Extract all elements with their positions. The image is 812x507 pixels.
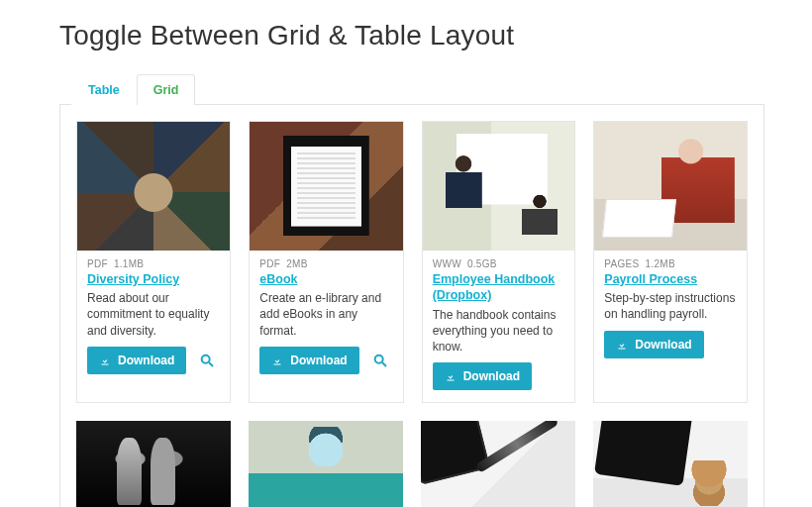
card-meta: WWW0.5GB bbox=[423, 251, 575, 271]
svg-point-2 bbox=[374, 355, 382, 362]
download-icon bbox=[616, 339, 628, 351]
card-thumbnail[interactable] bbox=[76, 421, 231, 507]
card-description: The handbook contains everything you nee… bbox=[423, 304, 575, 363]
page-title: Toggle Between Grid & Table Layout bbox=[59, 20, 764, 51]
card-filetype: PAGES bbox=[604, 258, 639, 269]
download-label: Download bbox=[635, 338, 691, 352]
preview-button[interactable] bbox=[194, 347, 220, 374]
card-meta: PAGES1.2MB bbox=[594, 251, 747, 271]
card-size: 1.2MB bbox=[646, 258, 675, 269]
svg-line-1 bbox=[209, 362, 213, 366]
resource-card: PAGES1.2MB Payroll Process Step-by-step … bbox=[593, 121, 748, 403]
search-icon bbox=[199, 353, 215, 368]
download-icon bbox=[99, 355, 111, 366]
card-thumbnail[interactable] bbox=[249, 421, 403, 507]
download-button[interactable]: Download bbox=[604, 331, 703, 358]
card-description: Read about our commitment to equality an… bbox=[77, 287, 230, 347]
card-title-link[interactable]: Employee Handbook (Dropbox) bbox=[423, 271, 575, 304]
download-label: Download bbox=[290, 354, 347, 367]
resource-card bbox=[76, 421, 231, 507]
download-icon bbox=[271, 355, 283, 366]
download-label: Download bbox=[118, 354, 174, 367]
resource-card bbox=[593, 421, 748, 507]
grid-panel: PDF1.1MB Diversity Policy Read about our… bbox=[59, 104, 764, 507]
svg-line-3 bbox=[382, 362, 386, 366]
tab-table[interactable]: Table bbox=[71, 74, 137, 105]
resource-card: PDF1.1MB Diversity Policy Read about our… bbox=[76, 121, 231, 403]
card-thumbnail[interactable] bbox=[593, 421, 748, 507]
download-button[interactable]: Download bbox=[87, 347, 186, 374]
svg-point-0 bbox=[202, 355, 210, 362]
tab-grid[interactable]: Grid bbox=[137, 74, 196, 105]
card-meta: PDF2MB bbox=[250, 251, 402, 271]
card-title-link[interactable]: Diversity Policy bbox=[77, 271, 230, 287]
download-label: Download bbox=[463, 369, 520, 383]
card-filetype: PDF bbox=[259, 258, 280, 269]
card-description: Create an e-library and add eBooks in an… bbox=[250, 287, 402, 347]
card-thumbnail[interactable] bbox=[423, 122, 575, 251]
download-button[interactable]: Download bbox=[433, 362, 532, 390]
card-size: 1.1MB bbox=[114, 258, 144, 269]
card-size: 0.5GB bbox=[467, 258, 497, 269]
resource-card bbox=[421, 421, 575, 507]
card-filetype: PDF bbox=[87, 258, 108, 269]
card-thumbnail[interactable] bbox=[77, 122, 230, 251]
card-title-link[interactable]: eBook bbox=[250, 271, 402, 287]
download-icon bbox=[445, 370, 457, 382]
card-size: 2MB bbox=[286, 258, 307, 269]
search-icon bbox=[372, 353, 388, 368]
card-meta: PDF1.1MB bbox=[77, 251, 230, 271]
resource-card: PDF2MB eBook Create an e-library and add… bbox=[249, 121, 403, 403]
resource-card bbox=[249, 421, 403, 507]
preview-button[interactable] bbox=[367, 347, 393, 374]
layout-tabs: Table Grid bbox=[71, 73, 764, 104]
card-title-link[interactable]: Payroll Process bbox=[594, 271, 747, 287]
download-button[interactable]: Download bbox=[259, 347, 358, 374]
card-description: Step-by-step instructions on handling pa… bbox=[594, 287, 747, 330]
card-thumbnail[interactable] bbox=[594, 122, 747, 251]
card-thumbnail[interactable] bbox=[421, 421, 575, 507]
card-thumbnail[interactable] bbox=[250, 122, 402, 251]
resource-card: WWW0.5GB Employee Handbook (Dropbox) The… bbox=[422, 121, 576, 403]
card-filetype: WWW bbox=[433, 258, 461, 269]
